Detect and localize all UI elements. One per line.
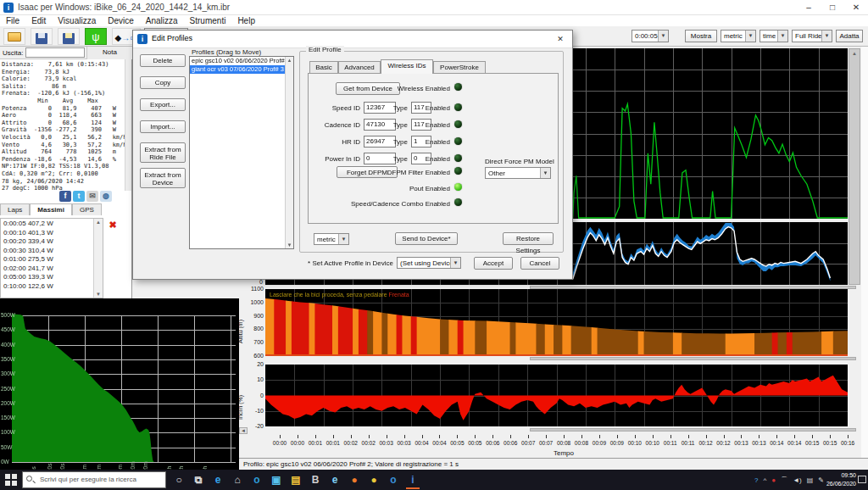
internet-explorer-icon[interactable]: e: [326, 471, 344, 489]
max-list-item[interactable]: 0:05:00 139,3 W: [1, 273, 92, 282]
profile-item[interactable]: epic gsc10 v02 06/06/2020 Prof# 2: [190, 57, 293, 65]
enabled-label: Enabled: [421, 138, 450, 146]
volume-icon[interactable]: ◄): [793, 476, 802, 484]
time-tick: [670, 435, 671, 438]
antivirus-icon[interactable]: ●: [771, 476, 776, 484]
hscrollbar-3[interactable]: [530, 428, 856, 432]
maximize-button[interactable]: □: [821, 0, 844, 15]
menu-device[interactable]: Device: [102, 15, 140, 26]
close-button[interactable]: ✕: [844, 0, 868, 15]
taskbar-clock[interactable]: 09:50 26/06/2020: [826, 471, 856, 488]
scroll-up-arrow[interactable]: ▲: [849, 50, 860, 57]
pen-icon[interactable]: ✎: [818, 476, 824, 484]
minimize-button[interactable]: –: [797, 0, 821, 15]
tab-laps[interactable]: Laps: [0, 203, 30, 215]
email-icon[interactable]: ✉: [86, 191, 98, 202]
tab-massimi[interactable]: Massimi: [30, 203, 72, 215]
usb-download-button[interactable]: ψ: [85, 28, 107, 45]
time-tick-label: 00:01: [306, 440, 325, 446]
hscroll-left-arrow[interactable]: ◄: [239, 427, 248, 434]
set-active-profile-select[interactable]: (Set using Device)▼: [397, 257, 461, 269]
facebook-icon[interactable]: f: [59, 191, 71, 202]
cortana-icon[interactable]: ○: [170, 471, 188, 489]
dialog-button-copy[interactable]: Copy: [140, 76, 186, 89]
xaxis-select[interactable]: time▼: [760, 30, 788, 42]
edge-icon[interactable]: e: [209, 471, 227, 489]
profiles-scroll-down[interactable]: ▼: [286, 242, 293, 248]
hscrollbar-2[interactable]: [530, 357, 856, 360]
units-select[interactable]: metric▼: [721, 30, 756, 42]
isaac-icon[interactable]: i: [403, 471, 422, 489]
save-as-button[interactable]: [58, 28, 80, 45]
delete-interval-button[interactable]: ✖: [107, 220, 119, 231]
tab-basic[interactable]: Basic: [309, 61, 338, 74]
accept-button[interactable]: Accept: [474, 257, 513, 270]
start-button[interactable]: [0, 470, 22, 490]
dialog-close-button[interactable]: ✕: [554, 33, 567, 46]
stats-scrollbar[interactable]: [125, 59, 131, 191]
chevron-up-icon[interactable]: ^: [764, 476, 767, 484]
task-view-icon[interactable]: ⧉: [189, 471, 208, 489]
menu-help[interactable]: Help: [231, 15, 261, 26]
menu-file[interactable]: File: [0, 15, 25, 26]
dialog-button-import-[interactable]: Import...: [140, 120, 186, 133]
menu-edit[interactable]: Edit: [25, 15, 52, 26]
firefox-icon[interactable]: ●: [345, 471, 364, 489]
max-list-item[interactable]: 0:00:20 339,4 W: [1, 237, 92, 247]
profile-item[interactable]: giant ocr v03 07/06/2020 Prof# 3: [190, 65, 293, 74]
profiles-scroll-up[interactable]: ▲: [286, 57, 293, 64]
open-file-button[interactable]: [3, 28, 25, 45]
save-button[interactable]: [31, 28, 53, 45]
b-app-icon[interactable]: B: [306, 471, 325, 489]
menu-strumenti[interactable]: Strumenti: [184, 15, 232, 26]
interval-select[interactable]: 0:00:05▼: [632, 30, 669, 42]
network-icon[interactable]: ⌒: [781, 476, 787, 485]
chart-vertical-scrollbar[interactable]: ▲: [849, 48, 860, 285]
list-scroll-up[interactable]: ▲: [94, 219, 103, 226]
nota-tab[interactable]: Nota: [86, 47, 132, 59]
twitter-icon[interactable]: t: [73, 191, 85, 202]
dfpm-model-select[interactable]: Other▼: [485, 167, 551, 179]
profiles-scrollbar[interactable]: ▲ ▼: [285, 57, 293, 248]
max-list-item[interactable]: 0:00:10 401,3 W: [1, 229, 92, 238]
list-scroll-down[interactable]: ▼: [94, 291, 103, 298]
time-tick-label: 00:15: [821, 440, 839, 446]
store-icon[interactable]: ▣: [267, 471, 286, 489]
chrome-icon[interactable]: ●: [364, 471, 383, 489]
file-explorer-icon[interactable]: ▤: [287, 471, 305, 489]
tab-powerstroke[interactable]: PowerStroke: [433, 61, 486, 74]
tab-gps[interactable]: GPS: [72, 203, 102, 215]
max-list-item[interactable]: 0:00:30 310,4 W: [1, 247, 92, 256]
send-to-device-dialog-button[interactable]: Send to Device*: [395, 232, 458, 245]
menu-analizza[interactable]: Analizza: [140, 15, 184, 26]
dialog-button-delete[interactable]: Delete: [140, 54, 186, 67]
dialog-button-extract-from-ride-file[interactable]: Extract from Ride File: [140, 142, 186, 163]
taskbar-search[interactable]: Scrivi qui per eseguire la ricerca: [22, 471, 166, 488]
cancel-button[interactable]: Cancel: [520, 257, 559, 270]
keyboard-icon[interactable]: ▤: [807, 476, 814, 484]
dialog-button-extract-from-device[interactable]: Extract from Device: [140, 168, 186, 188]
max-list-item[interactable]: 0:00:05 407,2 W: [1, 220, 92, 229]
max-list-item[interactable]: 0:10:00 122,6 W: [1, 282, 92, 292]
tab-advanced[interactable]: Advanced: [338, 61, 381, 74]
adatta-button[interactable]: Adatta: [836, 30, 863, 42]
home-icon[interactable]: ⌂: [228, 471, 247, 489]
profiles-list[interactable]: epic gsc10 v02 06/06/2020 Prof# 2giant o…: [189, 56, 294, 249]
web-icon[interactable]: ◍: [100, 191, 112, 202]
dialog-button-export-[interactable]: Export...: [140, 98, 186, 111]
restore-settings-button[interactable]: Restore Settings: [503, 232, 554, 245]
menu-visualizza[interactable]: Visualizza: [52, 15, 102, 26]
range-select[interactable]: Full Ride▼: [792, 30, 832, 42]
max-list-item[interactable]: 0:01:00 275,5 W: [1, 255, 92, 264]
outlook2-icon[interactable]: o: [384, 471, 403, 489]
max-list-item[interactable]: 0:02:00 241,7 W: [1, 264, 92, 274]
dialog-units-select[interactable]: metric▼: [314, 233, 349, 245]
mostra-button[interactable]: Mostra: [685, 30, 717, 42]
tab-wireless-ids[interactable]: Wireless IDs: [381, 59, 433, 74]
help-icon[interactable]: ?: [754, 476, 758, 484]
uscita-input[interactable]: [25, 47, 85, 58]
max-list-scrollbar[interactable]: ▲ ▼: [93, 219, 103, 298]
hscrollbar-1[interactable]: [530, 286, 856, 289]
notification-center-icon[interactable]: [858, 476, 866, 483]
outlook-icon[interactable]: o: [248, 471, 266, 489]
